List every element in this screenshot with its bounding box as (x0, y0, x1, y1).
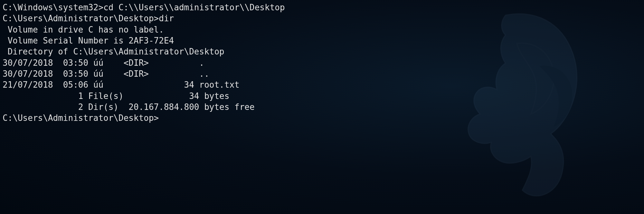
prompt-system32: C:\Windows\system32> (3, 3, 103, 12)
output-volume-serial: Volume Serial Number is 2AF3-72E4 (3, 35, 641, 46)
terminal-output[interactable]: C:\Windows\system32>cd C:\\Users\\admini… (0, 0, 644, 125)
output-volume-label: Volume in drive C has no label. (3, 24, 641, 35)
prompt-current: C:\Users\Administrator\Desktop> (3, 113, 159, 123)
command-cd: cd C:\\Users\\administrator\\Desktop (103, 3, 285, 12)
dir-summary-files: 1 File(s) 34 bytes (3, 91, 641, 102)
output-directory-header: Directory of C:\Users\Administrator\Desk… (3, 46, 641, 57)
command-dir: dir (159, 14, 174, 23)
dir-summary-dirs: 2 Dir(s) 20.167.884.800 bytes free (3, 102, 641, 112)
dir-entry-parent: 30/07/2018 03:50 úú <DIR> .. (3, 68, 641, 79)
prompt-desktop: C:\Users\Administrator\Desktop> (3, 14, 159, 23)
dir-entry-current: 30/07/2018 03:50 úú <DIR> . (3, 57, 641, 68)
dir-entry-root-txt: 21/07/2018 05:06 úú 34 root.txt (3, 79, 641, 90)
